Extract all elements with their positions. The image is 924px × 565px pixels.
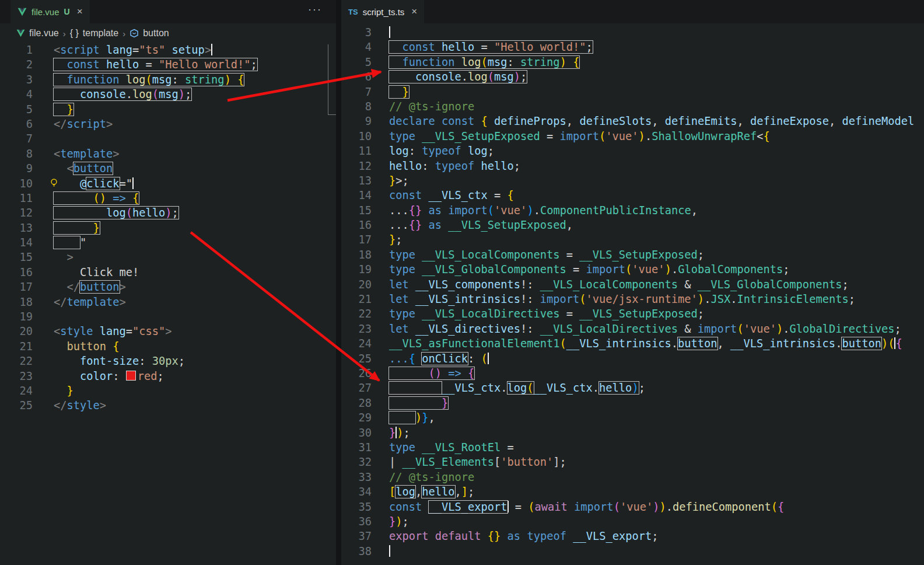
code-content: let __VLS_intrinsics!: import('vue/jsx-r… [389, 292, 855, 306]
code-token: log [126, 74, 146, 86]
code-token: ) [665, 263, 671, 275]
code-token: __VLS_LocalComponents [540, 278, 678, 291]
code-token: __VLS_export [573, 530, 652, 542]
code-content: <template> [54, 147, 120, 161]
code-token: ( [481, 56, 488, 68]
code-line: 18type __VLS_LocalComponents = __VLS_Set… [341, 247, 924, 262]
code-token: declare [389, 115, 435, 127]
editor-pane-file-vue[interactable]: 1<script lang="ts" setup>2 const hello =… [0, 43, 336, 565]
close-icon[interactable]: × [411, 6, 417, 18]
code-token: </ [54, 399, 67, 411]
code-token [566, 530, 573, 542]
mapping-region-edge [328, 44, 328, 114]
code-token: GlobalComponents [678, 263, 783, 275]
code-token: . [671, 263, 678, 275]
code-token: [ [494, 456, 501, 468]
code-line: 25</style> [0, 398, 336, 413]
code-token: ( [599, 130, 606, 142]
code-content: } [54, 221, 100, 235]
modified-badge: U [64, 7, 70, 16]
color-swatch[interactable] [126, 371, 136, 381]
code-token: ; [514, 160, 520, 172]
code-token: button [74, 162, 113, 175]
code-token: = [132, 44, 139, 56]
mapping-box: __VLS_export [429, 501, 508, 513]
code-token [100, 58, 106, 71]
code-token: ; [158, 370, 164, 382]
code-token: color [80, 370, 113, 382]
line-number: 26 [341, 366, 372, 381]
code-token [165, 44, 172, 56]
breadcrumb-item-button[interactable]: button [143, 28, 169, 39]
code-token [520, 530, 527, 542]
code-content: ...{} as __VLS_SetupExposed, [389, 218, 573, 232]
code-token: log [461, 56, 481, 68]
code-token: type [389, 263, 415, 275]
code-token: . [730, 293, 737, 305]
tab-bar-right: TS script_ts.ts × [341, 0, 924, 23]
line-number: 37 [341, 529, 372, 543]
code-line: 36}); [341, 514, 924, 529]
editor-actions-icon[interactable]: ··· [308, 4, 322, 16]
mapping-box: click [86, 177, 119, 190]
mapping-region-edge [328, 114, 336, 115]
code-token: = [474, 41, 494, 53]
code-token: ; [402, 515, 409, 528]
code-token: export [389, 530, 429, 542]
code-token: lang [106, 44, 132, 56]
code-token [415, 353, 422, 365]
line-number: 2 [0, 57, 33, 72]
code-token [422, 204, 428, 217]
code-token: = [509, 501, 528, 513]
code-token: , [691, 204, 698, 217]
code-line: 19type __VLS_GlobalComponents = import('… [341, 262, 924, 277]
code-token: 'vue/jsx-runtime' [586, 293, 698, 305]
code-token: __VLS_ctx [429, 189, 488, 201]
code-token: msg [488, 56, 508, 68]
code-token: defineComponent [673, 501, 771, 513]
editor-pane-script-ts[interactable]: 34 const hello = "Hello world!";5 functi… [341, 25, 924, 565]
code-token [409, 278, 415, 291]
code-token: </ [54, 296, 67, 308]
lightbulb-icon[interactable] [49, 178, 59, 188]
code-token: ; [178, 355, 185, 367]
code-content: const __VLS_export = (await import('vue'… [389, 500, 784, 514]
code-content: " [54, 235, 86, 250]
close-icon[interactable]: × [77, 6, 83, 18]
line-number: 24 [0, 383, 33, 398]
tab-file-vue[interactable]: file.vue U × [10, 0, 90, 23]
line-number: 16 [0, 265, 33, 280]
line-number: 11 [0, 191, 33, 205]
code-content: }); [389, 514, 409, 529]
code-content: Click me! [54, 265, 139, 280]
breadcrumb-item-file[interactable]: file.vue [29, 28, 59, 39]
code-token [415, 441, 422, 454]
line-number: 8 [341, 99, 372, 114]
code-token: 'vue' [744, 323, 776, 335]
code-token: __VLS_LocalDirectives [540, 323, 678, 335]
line-number: 4 [0, 87, 33, 102]
code-token [389, 86, 402, 98]
code-token: __VLS_intrinsics [415, 293, 520, 305]
code-content: type __VLS_LocalDirectives = __VLS_Setup… [389, 306, 704, 321]
line-number: 7 [0, 131, 33, 146]
code-token: : [139, 355, 152, 367]
tab-label: file.vue [32, 7, 60, 17]
code-token: __VLS_ctx [442, 382, 501, 394]
code-content: const hello = "Hello world!"; [54, 57, 257, 72]
code-content: font-size: 30px; [54, 354, 185, 368]
code-token: button [678, 337, 718, 350]
code-token: ) [225, 74, 231, 86]
code-content: const hello = "Hello world!"; [389, 40, 593, 54]
code-token: ... [389, 204, 409, 217]
code-token: > [205, 44, 211, 56]
code-token: < [757, 130, 763, 142]
breadcrumb-item-template[interactable]: template [83, 28, 118, 39]
vue-logo-icon [16, 29, 25, 37]
code-content: <style lang="css"> [54, 324, 172, 339]
mapping-box: const hello = "Hello world!"; [54, 58, 257, 71]
code-token: function [67, 74, 120, 86]
pane-divider[interactable] [336, 0, 341, 565]
tab-script-ts[interactable]: TS script_ts.ts × [341, 0, 424, 23]
code-token [54, 192, 93, 204]
